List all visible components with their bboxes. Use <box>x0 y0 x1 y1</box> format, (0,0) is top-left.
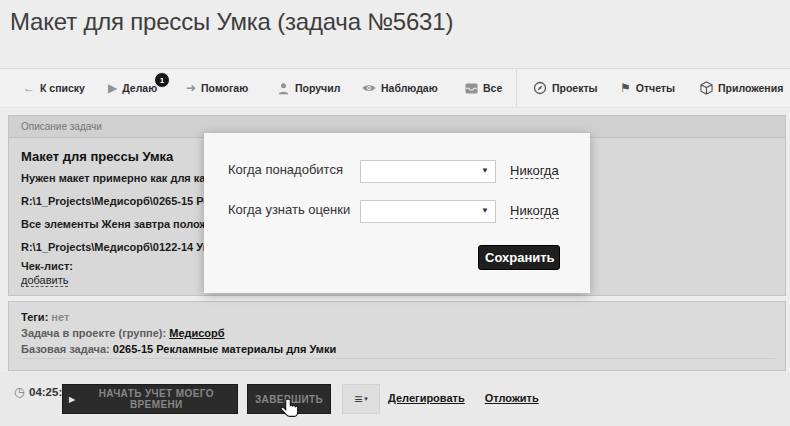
postpone-link[interactable]: Отложить <box>485 392 539 404</box>
start-button-label: НАЧАТЬ УЧЕТ МОЕГО ВРЕМЕНИ <box>82 388 231 410</box>
curved-arrow-icon: ➜ <box>186 82 196 94</box>
inbox-icon <box>465 83 478 94</box>
action-links: Делегировать Отложить <box>388 392 539 404</box>
task-title: Макет для прессы Умка <box>21 149 173 164</box>
when-grades-never-link[interactable]: Никогда <box>510 203 559 219</box>
chevron-down-icon: ▼ <box>481 167 489 175</box>
cube-icon <box>700 81 713 95</box>
toolbar-item-label: Делаю <box>122 82 157 94</box>
hamburger-icon: ≡ <box>354 392 362 406</box>
toolbar-item-label: К списку <box>40 82 85 94</box>
toolbar-item-assigned[interactable]: Поручил <box>277 69 340 107</box>
when-grades-label: Когда узнать оценки <box>228 202 350 217</box>
when-needed-label: Когда понадобится <box>228 162 343 177</box>
base-task-row: Базовая задача: 0265-15 Рекламные матери… <box>21 343 336 355</box>
play-icon: ▶ <box>69 395 76 404</box>
compass-icon <box>533 81 547 95</box>
flag-icon: ⚑ <box>620 82 631 94</box>
toolbar-item-reports[interactable]: ⚑ Отчеты <box>620 69 675 107</box>
toolbar-divider <box>516 69 517 107</box>
project-label: Задача в проекте (группе): <box>21 327 166 339</box>
toolbar-item-all[interactable]: Все <box>465 69 502 107</box>
delegate-link[interactable]: Делегировать <box>388 392 465 404</box>
task-page: Макет для прессы Умка (задача №5631) ← К… <box>0 0 790 426</box>
reminder-modal: Когда понадобится ▼ Никогда Когда узнать… <box>204 133 590 293</box>
start-time-tracking-button[interactable]: ▶ НАЧАТЬ УЧЕТ МОЕГО ВРЕМЕНИ <box>62 384 238 414</box>
project-link[interactable]: Медисорб <box>169 327 224 339</box>
more-actions-button[interactable]: ≡ ▾ <box>342 384 380 414</box>
tags-value: нет <box>51 311 69 323</box>
person-icon <box>277 82 290 95</box>
toolbar: ← К списку ▶ Делаю 1 ➜ Помогаю Поручил Н… <box>0 68 790 108</box>
when-grades-select[interactable]: ▼ <box>360 200 496 223</box>
project-row: Задача в проекте (группе): Медисорб <box>21 327 225 339</box>
caret-down-icon: ▾ <box>364 395 368 403</box>
tags-row: Теги: нет <box>21 311 69 323</box>
toolbar-item-label: Проекты <box>552 82 598 94</box>
when-needed-never-link[interactable]: Никогда <box>510 163 559 179</box>
task-meta-panel: Теги: нет Задача в проекте (группе): Мед… <box>8 301 786 371</box>
page-title: Макет для прессы Умка (задача №5631) <box>10 8 453 36</box>
toolbar-item-label: Наблюдаю <box>381 82 438 94</box>
toolbar-item-label: Поручил <box>295 82 340 94</box>
count-badge: 1 <box>154 72 170 88</box>
eye-icon <box>362 83 376 93</box>
checklist-label: Чек-лист: <box>21 260 73 272</box>
toolbar-item-helping[interactable]: ➜ Помогаю <box>186 69 248 107</box>
tags-label: Теги: <box>21 311 48 323</box>
clock-icon: ◷ <box>14 385 24 399</box>
toolbar-item-back-to-list[interactable]: ← К списку <box>23 69 85 107</box>
toolbar-item-label: Все <box>483 82 502 94</box>
toolbar-item-applications[interactable]: Приложения <box>700 69 783 107</box>
action-bar: ◷ 04:25:01 ▶ НАЧАТЬ УЧЕТ МОЕГО ВРЕМЕНИ З… <box>0 372 790 426</box>
toolbar-item-label: Отчеты <box>636 82 675 94</box>
toolbar-item-label: Приложения <box>718 82 783 94</box>
separator <box>19 358 775 359</box>
toolbar-item-projects[interactable]: Проекты <box>533 69 598 107</box>
toolbar-item-label: Помогаю <box>201 82 248 94</box>
toolbar-item-doing[interactable]: ▶ Делаю 1 <box>108 69 157 107</box>
toolbar-item-watching[interactable]: Наблюдаю <box>362 69 438 107</box>
finish-task-button[interactable]: ЗАВЕРШИТЬ <box>247 384 331 414</box>
save-button[interactable]: Сохранить <box>478 245 560 270</box>
base-task-label: Базовая задача: <box>21 343 110 355</box>
panel-header-label: Описание задачи <box>21 121 102 132</box>
play-icon: ▶ <box>108 82 117 94</box>
when-needed-select[interactable]: ▼ <box>360 160 496 183</box>
checklist-add-link[interactable]: добавить <box>21 274 68 287</box>
chevron-down-icon: ▼ <box>481 207 489 215</box>
back-arrow-icon: ← <box>23 82 35 94</box>
base-task-value: 0265-15 Рекламные материалы для Умки <box>113 343 337 355</box>
